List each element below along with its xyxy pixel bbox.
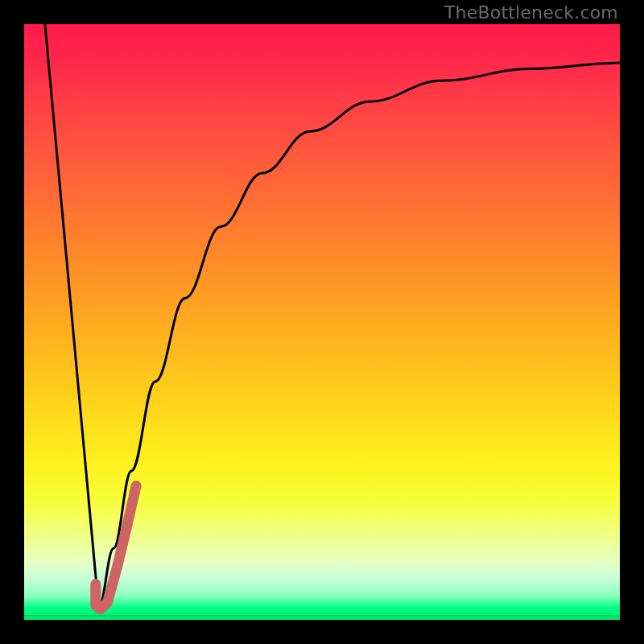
watermark-text: TheBottleneck.com — [444, 2, 618, 23]
chart-frame: TheBottleneck.com — [0, 0, 644, 644]
curve-left-descent — [45, 24, 99, 608]
curve-right-rise — [99, 63, 621, 608]
plot-area — [24, 24, 620, 620]
curve-layer — [24, 24, 620, 620]
